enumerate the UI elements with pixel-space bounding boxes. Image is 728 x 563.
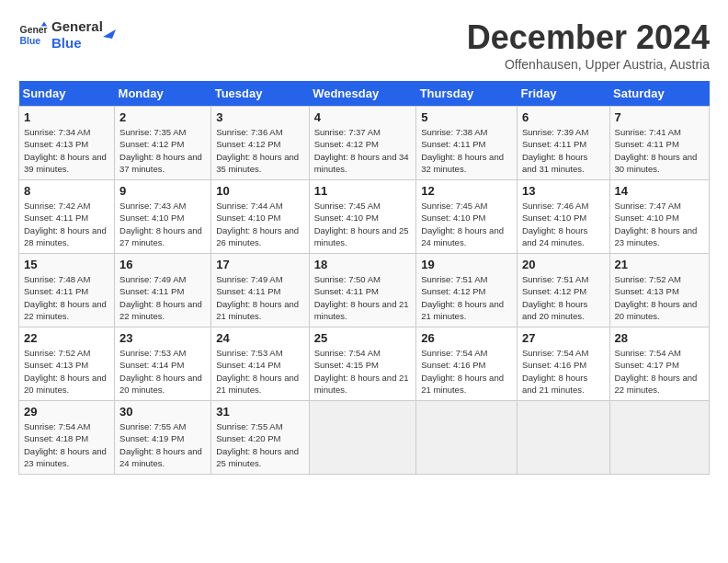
calendar-cell: 30Sunrise: 7:55 AMSunset: 4:19 PMDayligh… — [115, 401, 211, 475]
weekday-header-row: SundayMondayTuesdayWednesdayThursdayFrid… — [19, 81, 710, 107]
svg-marker-2 — [41, 22, 47, 27]
weekday-header-friday: Friday — [517, 81, 609, 107]
calendar-cell: 10Sunrise: 7:44 AMSunset: 4:10 PMDayligh… — [211, 180, 309, 254]
calendar-cell — [309, 401, 416, 475]
calendar-cell: 3Sunrise: 7:36 AMSunset: 4:12 PMDaylight… — [211, 107, 309, 180]
day-info: Sunrise: 7:47 AMSunset: 4:10 PMDaylight:… — [615, 200, 704, 248]
calendar-cell: 16Sunrise: 7:49 AMSunset: 4:11 PMDayligh… — [115, 254, 211, 327]
day-number: 10 — [216, 184, 303, 198]
calendar-cell: 24Sunrise: 7:53 AMSunset: 4:14 PMDayligh… — [211, 327, 309, 401]
day-number: 7 — [615, 110, 704, 124]
svg-marker-3 — [103, 29, 116, 39]
calendar-cell: 12Sunrise: 7:45 AMSunset: 4:10 PMDayligh… — [416, 180, 518, 254]
day-info: Sunrise: 7:45 AMSunset: 4:10 PMDaylight:… — [314, 200, 412, 248]
day-info: Sunrise: 7:50 AMSunset: 4:11 PMDaylight:… — [314, 273, 412, 322]
day-info: Sunrise: 7:53 AMSunset: 4:14 PMDaylight:… — [119, 347, 206, 396]
day-info: Sunrise: 7:54 AMSunset: 4:16 PMDaylight:… — [522, 347, 605, 396]
day-number: 24 — [216, 331, 303, 345]
day-number: 6 — [522, 110, 605, 124]
calendar-cell — [416, 401, 518, 475]
calendar-cell: 2Sunrise: 7:35 AMSunset: 4:12 PMDaylight… — [115, 107, 211, 180]
day-info: Sunrise: 7:49 AMSunset: 4:11 PMDaylight:… — [216, 273, 303, 322]
logo-icon: General Blue — [18, 20, 48, 50]
day-info: Sunrise: 7:54 AMSunset: 4:15 PMDaylight:… — [314, 347, 412, 396]
title-block: December 2024 Offenhausen, Upper Austria… — [467, 18, 710, 72]
day-info: Sunrise: 7:38 AMSunset: 4:11 PMDaylight:… — [421, 126, 512, 175]
calendar-week-4: 22Sunrise: 7:52 AMSunset: 4:13 PMDayligh… — [19, 327, 710, 401]
day-number: 11 — [314, 184, 412, 198]
svg-text:General: General — [20, 25, 48, 35]
day-number: 14 — [615, 184, 704, 198]
day-number: 16 — [119, 258, 206, 271]
calendar-cell: 18Sunrise: 7:50 AMSunset: 4:11 PMDayligh… — [309, 254, 416, 327]
calendar-cell: 9Sunrise: 7:43 AMSunset: 4:10 PMDaylight… — [115, 180, 211, 254]
day-number: 31 — [216, 405, 303, 419]
day-number: 15 — [24, 258, 109, 271]
weekday-header-tuesday: Tuesday — [211, 81, 309, 107]
day-number: 13 — [522, 184, 605, 198]
day-number: 12 — [421, 184, 512, 198]
calendar-cell: 8Sunrise: 7:42 AMSunset: 4:11 PMDaylight… — [19, 180, 115, 254]
day-number: 9 — [119, 184, 206, 198]
calendar-cell: 14Sunrise: 7:47 AMSunset: 4:10 PMDayligh… — [609, 180, 709, 254]
day-number: 22 — [24, 331, 109, 345]
day-info: Sunrise: 7:52 AMSunset: 4:13 PMDaylight:… — [24, 347, 109, 396]
day-info: Sunrise: 7:41 AMSunset: 4:11 PMDaylight:… — [615, 126, 704, 175]
logo-general: General — [51, 18, 103, 35]
calendar-cell: 26Sunrise: 7:54 AMSunset: 4:16 PMDayligh… — [416, 327, 518, 401]
day-info: Sunrise: 7:54 AMSunset: 4:18 PMDaylight:… — [24, 420, 109, 469]
calendar-week-3: 15Sunrise: 7:48 AMSunset: 4:11 PMDayligh… — [19, 254, 710, 327]
day-info: Sunrise: 7:45 AMSunset: 4:10 PMDaylight:… — [421, 200, 512, 248]
day-number: 5 — [421, 110, 512, 124]
day-info: Sunrise: 7:35 AMSunset: 4:12 PMDaylight:… — [119, 126, 206, 175]
calendar-cell: 22Sunrise: 7:52 AMSunset: 4:13 PMDayligh… — [19, 327, 115, 401]
calendar-cell: 20Sunrise: 7:51 AMSunset: 4:12 PMDayligh… — [517, 254, 609, 327]
day-info: Sunrise: 7:37 AMSunset: 4:12 PMDaylight:… — [314, 126, 412, 175]
logo: General Blue General Blue — [18, 18, 119, 52]
calendar-cell: 1Sunrise: 7:34 AMSunset: 4:13 PMDaylight… — [19, 107, 115, 180]
day-number: 1 — [24, 110, 109, 124]
day-info: Sunrise: 7:55 AMSunset: 4:19 PMDaylight:… — [119, 420, 206, 469]
calendar-cell: 13Sunrise: 7:46 AMSunset: 4:10 PMDayligh… — [517, 180, 609, 254]
calendar-cell — [609, 401, 709, 475]
day-number: 30 — [119, 405, 206, 419]
day-info: Sunrise: 7:55 AMSunset: 4:20 PMDaylight:… — [216, 420, 303, 469]
day-info: Sunrise: 7:42 AMSunset: 4:11 PMDaylight:… — [24, 200, 109, 248]
day-info: Sunrise: 7:49 AMSunset: 4:11 PMDaylight:… — [119, 273, 206, 322]
month-title: December 2024 — [467, 18, 710, 57]
logo-blue: Blue — [51, 35, 103, 52]
day-info: Sunrise: 7:39 AMSunset: 4:11 PMDaylight:… — [522, 126, 605, 175]
calendar-cell: 15Sunrise: 7:48 AMSunset: 4:11 PMDayligh… — [19, 254, 115, 327]
day-number: 3 — [216, 110, 303, 124]
day-number: 23 — [119, 331, 206, 345]
location-subtitle: Offenhausen, Upper Austria, Austria — [467, 57, 710, 72]
calendar-cell: 29Sunrise: 7:54 AMSunset: 4:18 PMDayligh… — [19, 401, 115, 475]
calendar-cell: 6Sunrise: 7:39 AMSunset: 4:11 PMDaylight… — [517, 107, 609, 180]
calendar-cell: 23Sunrise: 7:53 AMSunset: 4:14 PMDayligh… — [115, 327, 211, 401]
day-info: Sunrise: 7:52 AMSunset: 4:13 PMDaylight:… — [615, 273, 704, 322]
calendar-cell: 28Sunrise: 7:54 AMSunset: 4:17 PMDayligh… — [609, 327, 709, 401]
day-number: 26 — [421, 331, 512, 345]
weekday-header-monday: Monday — [115, 81, 211, 107]
calendar-cell: 31Sunrise: 7:55 AMSunset: 4:20 PMDayligh… — [211, 401, 309, 475]
weekday-header-saturday: Saturday — [609, 81, 709, 107]
calendar-week-2: 8Sunrise: 7:42 AMSunset: 4:11 PMDaylight… — [19, 180, 710, 254]
weekday-header-sunday: Sunday — [19, 81, 115, 107]
calendar-cell: 7Sunrise: 7:41 AMSunset: 4:11 PMDaylight… — [609, 107, 709, 180]
day-number: 8 — [24, 184, 109, 198]
calendar-cell: 4Sunrise: 7:37 AMSunset: 4:12 PMDaylight… — [309, 107, 416, 180]
day-number: 25 — [314, 331, 412, 345]
day-info: Sunrise: 7:36 AMSunset: 4:12 PMDaylight:… — [216, 126, 303, 175]
calendar-body: 1Sunrise: 7:34 AMSunset: 4:13 PMDaylight… — [19, 107, 710, 475]
calendar-cell: 25Sunrise: 7:54 AMSunset: 4:15 PMDayligh… — [309, 327, 416, 401]
calendar-cell: 11Sunrise: 7:45 AMSunset: 4:10 PMDayligh… — [309, 180, 416, 254]
day-info: Sunrise: 7:54 AMSunset: 4:17 PMDaylight:… — [615, 347, 704, 396]
day-info: Sunrise: 7:43 AMSunset: 4:10 PMDaylight:… — [119, 200, 206, 248]
calendar-cell: 17Sunrise: 7:49 AMSunset: 4:11 PMDayligh… — [211, 254, 309, 327]
calendar-cell — [517, 401, 609, 475]
calendar-cell: 5Sunrise: 7:38 AMSunset: 4:11 PMDaylight… — [416, 107, 518, 180]
day-number: 17 — [216, 258, 303, 271]
day-info: Sunrise: 7:44 AMSunset: 4:10 PMDaylight:… — [216, 200, 303, 248]
day-number: 19 — [421, 258, 512, 271]
day-info: Sunrise: 7:48 AMSunset: 4:11 PMDaylight:… — [24, 273, 109, 322]
